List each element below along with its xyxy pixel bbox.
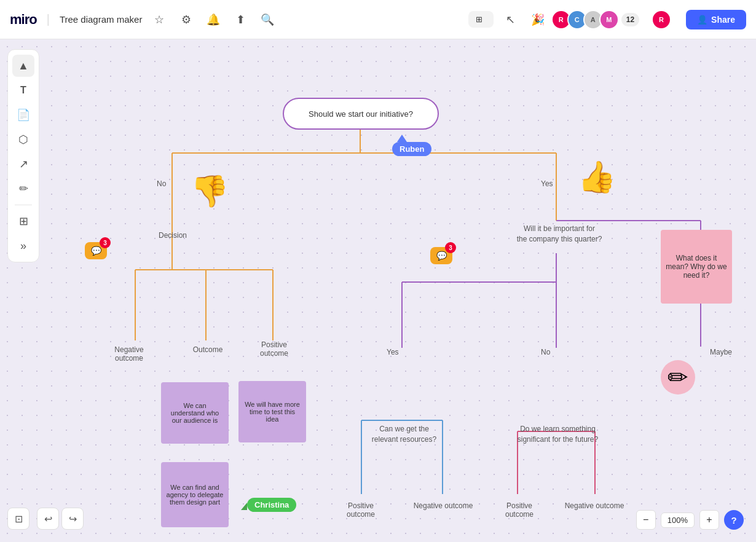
doodle-sticker: ✏ <box>661 360 695 395</box>
toolbar-divider <box>15 205 32 205</box>
sticky-1[interactable]: We can understand who our audience is <box>161 382 229 444</box>
party-icon[interactable]: 🎉 <box>528 10 548 29</box>
future-question: Do we learn something significant for th… <box>510 424 605 445</box>
christina-badge: Christina <box>247 498 296 512</box>
sidebar-toggle[interactable]: ⊡ <box>7 508 30 530</box>
pos-outcome-2: Positive outcome <box>333 501 388 519</box>
sticky-3-text: We can find and agency to delegate them … <box>166 484 224 506</box>
undo-button[interactable]: ↩ <box>37 508 59 530</box>
app-title: Tree diagram maker <box>60 14 143 25</box>
zoom-level[interactable]: 100% <box>661 513 695 528</box>
chat-icon-middle[interactable]: 💬 3 <box>430 247 452 264</box>
logo: miro <box>10 12 37 28</box>
neg-outcome-3: Negative outcome <box>561 501 628 510</box>
canvas[interactable]: Should we start our initiative? Ruben No… <box>0 39 756 542</box>
resources-q-text: Can we get the relevant resources? <box>372 425 436 444</box>
header: miro | Tree diagram maker ☆ ⚙ 🔔 ⬆ 🔍 ⊞ ↖ … <box>0 0 756 39</box>
thumbup-sticker: 👍 <box>578 159 616 195</box>
no-label-1: No <box>157 179 166 188</box>
sticky-tool[interactable]: 📄 <box>12 104 34 126</box>
pink-note[interactable]: What does it mean? Why do we need it? <box>661 230 732 304</box>
bell-icon[interactable]: 🔔 <box>203 10 223 29</box>
chat-icon-left[interactable]: 💬 3 <box>85 242 107 259</box>
share-button[interactable]: 👤 Share <box>686 10 746 29</box>
company-question: Will it be important for the company thi… <box>504 224 615 245</box>
left-toolbar: ▲ T 📄 ⬡ ↗ ✏ ⊞ » <box>7 49 39 262</box>
shapes-tool[interactable]: ⬡ <box>12 128 34 151</box>
pos-outcome-3: Positive outcome <box>492 501 547 519</box>
ruben-badge: Ruben <box>392 142 431 156</box>
company-q-text: Will it be important for the company thi… <box>517 224 602 243</box>
collaborators: R C A M 12 <box>555 10 639 29</box>
maybe-label: Maybe <box>710 348 732 356</box>
apps-grid-icon: ⊞ <box>476 15 482 24</box>
share-icon: 👤 <box>697 15 707 25</box>
pink-note-text: What does it mean? Why do we need it? <box>666 254 727 280</box>
root-text: Should we start our initiative? <box>309 109 413 119</box>
more-tool[interactable]: » <box>12 235 34 257</box>
sticky-2[interactable]: We will have more time to test this idea <box>238 381 306 442</box>
collaborator-count: 12 <box>621 13 639 26</box>
settings-icon[interactable]: ⚙ <box>176 10 196 29</box>
pen-tool[interactable]: ✏ <box>12 178 34 200</box>
sticky-2-text: We will have more time to test this idea <box>243 401 301 423</box>
help-button[interactable]: ? <box>724 510 744 530</box>
chat-badge-middle: 3 <box>445 242 456 253</box>
share-label: Share <box>711 15 735 25</box>
chat-badge-left: 3 <box>100 237 111 248</box>
neg-outcome-1: Negative outcome <box>101 345 157 363</box>
frame-tool[interactable]: ⊞ <box>12 210 34 232</box>
yes-label-2: Yes <box>387 348 399 356</box>
cursor-tool[interactable]: ▲ <box>12 55 34 77</box>
outcome-1: Outcome <box>186 345 229 354</box>
zoom-toolbar: − 100% + ? <box>636 510 744 530</box>
thumbdown-sticker: 👎 <box>191 173 229 209</box>
zoom-in-button[interactable]: + <box>699 510 719 530</box>
resources-question: Can we get the relevant resources? <box>363 424 446 445</box>
ruben-cursor: Ruben <box>392 135 431 156</box>
sticky-3[interactable]: We can find and agency to delegate them … <box>161 462 229 527</box>
no-label-2: No <box>541 348 550 356</box>
undo-redo: ↩ ↪ <box>37 508 84 530</box>
apps-button[interactable]: ⊞ <box>468 11 494 28</box>
root-node[interactable]: Should we start our initiative? <box>283 98 439 130</box>
redo-button[interactable]: ↪ <box>61 508 84 530</box>
christina-cursor: Christina <box>241 503 250 510</box>
star-icon[interactable]: ☆ <box>149 10 169 29</box>
text-tool[interactable]: T <box>12 79 34 101</box>
pos-outcome-1: Positive outcome <box>250 340 299 358</box>
yes-label-1: Yes <box>541 179 553 188</box>
connector-tool[interactable]: ↗ <box>12 153 34 175</box>
future-q-text: Do we learn something significant for th… <box>518 425 598 444</box>
sticky-1-text: We can understand who our audience is <box>166 402 224 424</box>
zoom-out-button[interactable]: − <box>636 510 656 530</box>
header-divider: | <box>47 12 50 26</box>
avatar-4: M <box>599 10 619 29</box>
decision-label: Decision <box>159 231 187 240</box>
neg-outcome-2: Negative outcome <box>413 501 473 510</box>
upload-icon[interactable]: ⬆ <box>230 10 250 29</box>
arrow-icon[interactable]: ↖ <box>501 10 521 29</box>
search-icon[interactable]: 🔍 <box>258 10 277 29</box>
current-user-avatar: R <box>652 10 671 29</box>
